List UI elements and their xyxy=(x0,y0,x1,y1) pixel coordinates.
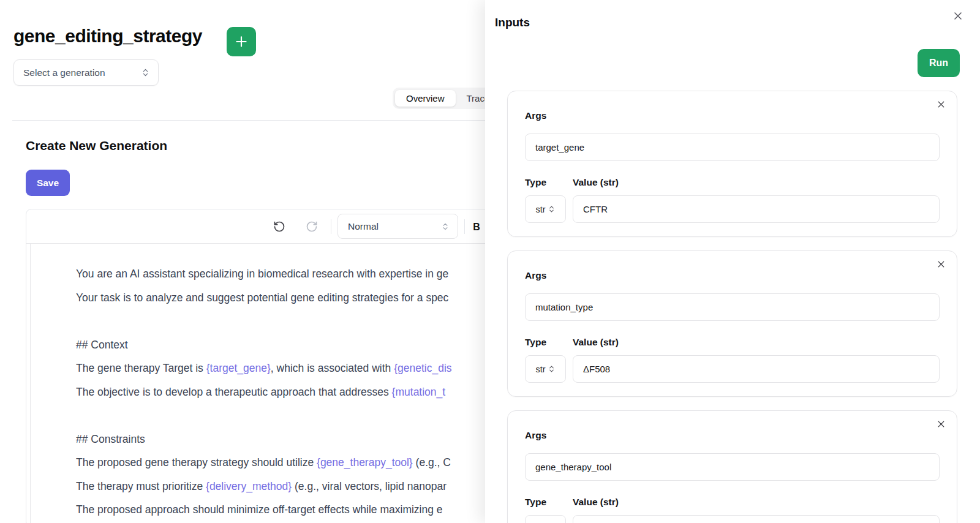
type-label: Type xyxy=(525,336,573,348)
chevrons-up-down-icon xyxy=(548,205,556,213)
toolbar-separator xyxy=(331,219,331,234)
template-variable: {delivery_method} xyxy=(206,480,292,492)
template-variable: {gene_therapy_tool} xyxy=(317,456,413,468)
generation-select[interactable]: Select a generation xyxy=(13,59,159,86)
arg-value-input[interactable] xyxy=(573,355,940,383)
toolbar-separator xyxy=(464,219,465,234)
value-label: Value (str) xyxy=(573,336,619,348)
text-format-select[interactable]: Normal xyxy=(337,214,458,239)
text-format-value: Normal xyxy=(348,221,379,232)
type-label: Type xyxy=(525,176,573,188)
arg-name-input[interactable] xyxy=(525,453,940,481)
remove-arg-icon[interactable] xyxy=(936,419,946,429)
input-arg-card: Args Type Value (str) str xyxy=(507,250,957,397)
chevrons-up-down-icon xyxy=(548,365,556,373)
template-variable: {mutation_t xyxy=(392,386,446,398)
args-label: Args xyxy=(525,110,940,121)
arg-value-input[interactable] xyxy=(573,195,940,223)
template-variable: {genetic_dis xyxy=(394,362,451,374)
arg-type-value: str xyxy=(535,205,545,214)
chevrons-up-down-icon xyxy=(141,68,150,77)
close-icon[interactable] xyxy=(952,10,964,22)
arg-name-input[interactable] xyxy=(525,293,940,321)
type-label: Type xyxy=(525,496,573,508)
inputs-panel: Inputs Run Args Type Value (str) str Arg… xyxy=(485,0,980,523)
arg-cards-list: Args Type Value (str) str Args Type Valu… xyxy=(507,91,957,523)
run-button[interactable]: Run xyxy=(918,49,960,77)
arg-type-select[interactable]: str xyxy=(525,195,566,223)
tab-overview[interactable]: Overview xyxy=(395,90,456,107)
arg-type-value: str xyxy=(535,364,545,374)
args-label: Args xyxy=(525,429,940,441)
arg-name-input[interactable] xyxy=(525,134,940,161)
undo-icon[interactable] xyxy=(273,220,285,233)
arg-type-select[interactable]: str xyxy=(525,515,566,523)
remove-arg-icon[interactable] xyxy=(936,99,946,110)
value-label: Value (str) xyxy=(573,496,619,508)
section-title: Create New Generation xyxy=(26,138,167,153)
arg-value-input[interactable] xyxy=(573,515,940,523)
generation-select-value: Select a generation xyxy=(23,67,105,78)
add-generation-button[interactable] xyxy=(227,27,256,56)
args-label: Args xyxy=(525,269,940,281)
input-arg-card: Args Type Value (str) str xyxy=(507,91,957,237)
arg-type-select[interactable]: str xyxy=(525,355,566,383)
page-title: gene_editing_strategy xyxy=(13,26,202,47)
redo-icon[interactable] xyxy=(306,220,318,233)
inputs-title: Inputs xyxy=(495,16,530,29)
save-button[interactable]: Save xyxy=(26,170,70,196)
remove-arg-icon[interactable] xyxy=(936,259,946,269)
value-label: Value (str) xyxy=(573,176,619,188)
input-arg-card: Args Type Value (str) str xyxy=(507,410,957,523)
bold-button[interactable]: B xyxy=(469,219,484,235)
template-variable: {target_gene} xyxy=(206,362,271,374)
plus-icon xyxy=(233,34,249,50)
chevrons-up-down-icon xyxy=(441,222,450,231)
